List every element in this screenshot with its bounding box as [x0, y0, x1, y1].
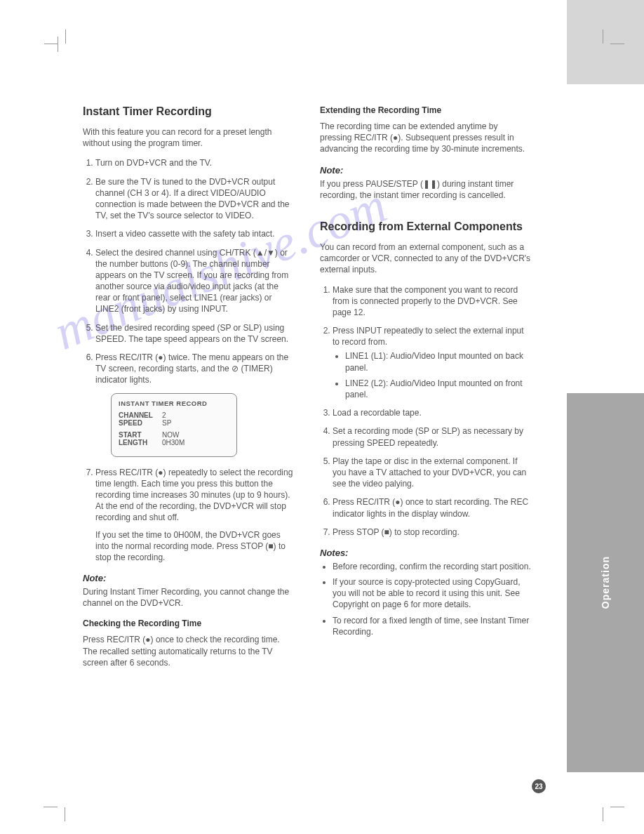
section-tab: Operation — [567, 393, 644, 772]
crop-mark — [58, 799, 73, 814]
note-item: Before recording, confirm the recording … — [333, 561, 532, 572]
subheading-checking: Checking the Recording Time — [83, 618, 295, 628]
step-subtext: If you set the time to 0H00M, the DVD+VC… — [95, 529, 295, 564]
step: Press REC/ITR (●) once to start recordin… — [333, 496, 532, 519]
step: Load a recordable tape. — [333, 407, 532, 418]
note-body: During Instant Timer Recording, you cann… — [83, 586, 295, 609]
step: Play the tape or disc in the external co… — [333, 456, 532, 490]
heading-instant-timer: Instant Timer Recording — [83, 105, 295, 118]
crop-mark — [595, 799, 610, 814]
crop-mark — [595, 37, 610, 52]
osd-value: 0H30M — [162, 439, 185, 446]
step: Set the desired recording speed (SP or S… — [95, 322, 295, 345]
step: Turn on DVD+VCR and the TV. — [95, 157, 295, 168]
sub-bullet-list: LINE1 (L1): Audio/Video Input mounted on… — [333, 350, 532, 400]
osd-key: SPEED — [119, 419, 162, 427]
notes-label: Notes: — [320, 548, 532, 558]
steps-list: Turn on DVD+VCR and the TV. Be sure the … — [83, 157, 295, 385]
osd-key: CHANNEL — [119, 411, 162, 419]
note-item: To record for a fixed length of time, se… — [333, 615, 532, 637]
subheading-extending: Extending the Recording Time — [320, 105, 532, 115]
page-number: 23 — [532, 779, 546, 793]
osd-title: INSTANT TIMER RECORD — [119, 399, 229, 407]
note-item: If your source is copy-protected using C… — [333, 576, 532, 611]
step-text: Press REC/ITR (●) repeatedly to select t… — [95, 468, 293, 523]
body-text: Press REC/ITR (●) once to check the reco… — [83, 634, 295, 668]
osd-key: LENGTH — [119, 439, 162, 446]
notes-list: Before recording, confirm the recording … — [320, 561, 532, 637]
left-column: Instant Timer Recording With this featur… — [83, 105, 295, 674]
step: Set a recording mode (SP or SLP) as nece… — [333, 425, 532, 448]
step-text: Press INPUT repeatedly to select the ext… — [333, 326, 524, 347]
crop-mark — [58, 37, 73, 52]
osd-value: NOW — [162, 431, 179, 439]
right-column: Extending the Recording Time The recordi… — [320, 105, 532, 674]
intro-text: You can record from an external componen… — [320, 241, 532, 276]
sub-bullet: LINE2 (L2): Audio/Video Input mounted on… — [345, 378, 532, 400]
steps-list-cont: Press REC/ITR (●) repeatedly to select t… — [83, 467, 295, 564]
step: Press REC/ITR (●) twice. The menu appear… — [95, 352, 295, 386]
step: Make sure that the component you want to… — [333, 284, 532, 319]
sub-bullet: LINE1 (L1): Audio/Video Input mounted on… — [345, 350, 532, 373]
step: Press STOP (■) to stop recording. — [333, 527, 532, 538]
note-label: Note: — [83, 573, 295, 583]
body-text: The recording time can be extended anyti… — [320, 121, 532, 155]
heading-external: Recording from External Components — [320, 220, 532, 233]
osd-key: START — [119, 431, 162, 439]
osd-display-box: INSTANT TIMER RECORD CHANNEL2 SPEEDSP ST… — [111, 393, 237, 457]
step: Select the desired channel using CH/TRK … — [95, 247, 295, 315]
osd-value: SP — [162, 419, 171, 427]
content-columns: Instant Timer Recording With this featur… — [83, 105, 532, 674]
page: Operation manualshive.com Instant Timer … — [0, 0, 644, 834]
note-body: If you press PAUSE/STEP (❚❚) during inst… — [320, 178, 532, 201]
step: Insert a video cassette with the safety … — [95, 228, 295, 239]
step: Press INPUT repeatedly to select the ext… — [333, 325, 532, 400]
step: Be sure the TV is tuned to the DVD+VCR o… — [95, 176, 295, 222]
osd-value: 2 — [162, 411, 166, 419]
steps-list: Make sure that the component you want to… — [320, 284, 532, 538]
intro-text: With this feature you can record for a p… — [83, 126, 295, 149]
section-tab-label: Operation — [600, 556, 611, 609]
note-label: Note: — [320, 165, 532, 176]
step: Press REC/ITR (●) repeatedly to select t… — [95, 467, 295, 564]
